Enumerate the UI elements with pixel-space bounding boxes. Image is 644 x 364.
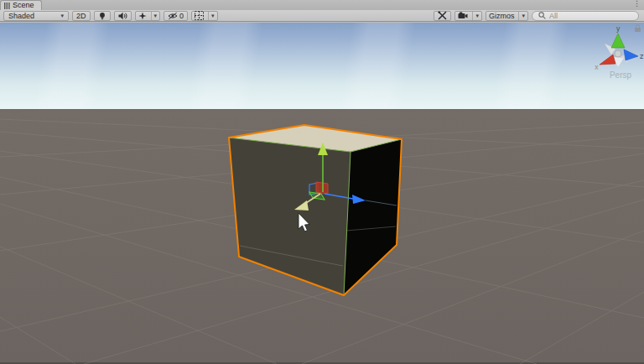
chevron-down-icon: ▾ bbox=[60, 13, 64, 18]
orientation-label-x: x bbox=[595, 64, 599, 71]
scene-camera-group: ▾ bbox=[454, 11, 482, 21]
tab-scene-label: Scene bbox=[13, 1, 34, 10]
orientation-gizmo[interactable]: y z x Persp bbox=[595, 25, 643, 80]
cube-right-face bbox=[344, 139, 402, 295]
scene-camera-settings-button[interactable] bbox=[455, 12, 470, 20]
effects-star-icon bbox=[138, 12, 147, 20]
camera-icon bbox=[458, 12, 468, 19]
orientation-gizmo-center[interactable] bbox=[615, 50, 621, 57]
crossed-tools-icon bbox=[438, 11, 447, 20]
draw-mode-dropdown[interactable]: Shaded ▾ bbox=[3, 11, 69, 21]
component-tools-button[interactable] bbox=[434, 11, 451, 21]
gizmos-button[interactable]: Gizmos bbox=[486, 12, 517, 20]
camera-dropdown-caret[interactable]: ▾ bbox=[472, 12, 481, 20]
speaker-icon bbox=[118, 12, 127, 20]
draw-mode-label: Shaded bbox=[8, 12, 34, 20]
unity-scene-view-window: Scene ⋮ Shaded ▾ 2D bbox=[0, 0, 644, 364]
search-placeholder: All bbox=[549, 12, 558, 20]
scene-lighting-toggle[interactable] bbox=[94, 11, 111, 21]
grid-visibility-toggle[interactable] bbox=[192, 12, 206, 20]
panel-tab-icon bbox=[4, 3, 10, 9]
scene-audio-toggle[interactable] bbox=[114, 11, 132, 21]
plane-handle-red[interactable] bbox=[316, 182, 328, 194]
gizmos-group: Gizmos ▾ bbox=[486, 11, 528, 21]
projection-mode-label[interactable]: Persp bbox=[610, 70, 632, 80]
tab-scene[interactable]: Scene bbox=[0, 0, 42, 10]
scene-3d-overlay: y z x Persp bbox=[0, 23, 644, 364]
window-kebab-menu-icon[interactable]: ⋮ bbox=[633, 0, 641, 8]
cube-object[interactable] bbox=[229, 125, 402, 295]
hidden-object-count: 0 bbox=[179, 12, 184, 20]
effects-dropdown-caret[interactable]: ▾ bbox=[151, 12, 160, 20]
orientation-label-z: z bbox=[640, 53, 643, 60]
grid-group: ▾ bbox=[191, 11, 218, 21]
scene-view-toolbar: Shaded ▾ 2D ▾ bbox=[0, 10, 644, 22]
gizmo-lock-icon[interactable] bbox=[635, 25, 641, 32]
gizmos-dropdown-caret[interactable]: ▾ bbox=[518, 12, 527, 20]
orientation-label-y: y bbox=[616, 25, 621, 33]
orientation-axis-y-cone[interactable] bbox=[611, 34, 625, 48]
eye-hidden-icon bbox=[168, 12, 178, 20]
cube-left-face bbox=[229, 138, 351, 295]
scene-search-field[interactable]: All bbox=[532, 11, 639, 21]
orientation-axis-x-cone[interactable] bbox=[600, 55, 615, 65]
toggle-2d-button[interactable]: 2D bbox=[72, 11, 91, 21]
scene-visibility-toggle[interactable]: 0 bbox=[164, 11, 188, 21]
orientation-axis-z-cone[interactable] bbox=[624, 49, 638, 60]
lightbulb-icon bbox=[98, 12, 106, 20]
scene-effects-toggle[interactable] bbox=[136, 12, 149, 20]
scene-viewport[interactable]: y z x Persp bbox=[0, 23, 644, 364]
tab-bar: Scene ⋮ bbox=[0, 0, 644, 10]
effects-group: ▾ bbox=[135, 11, 161, 21]
grid-icon bbox=[195, 11, 204, 20]
grid-dropdown-caret[interactable]: ▾ bbox=[208, 12, 217, 20]
search-icon bbox=[538, 12, 546, 19]
